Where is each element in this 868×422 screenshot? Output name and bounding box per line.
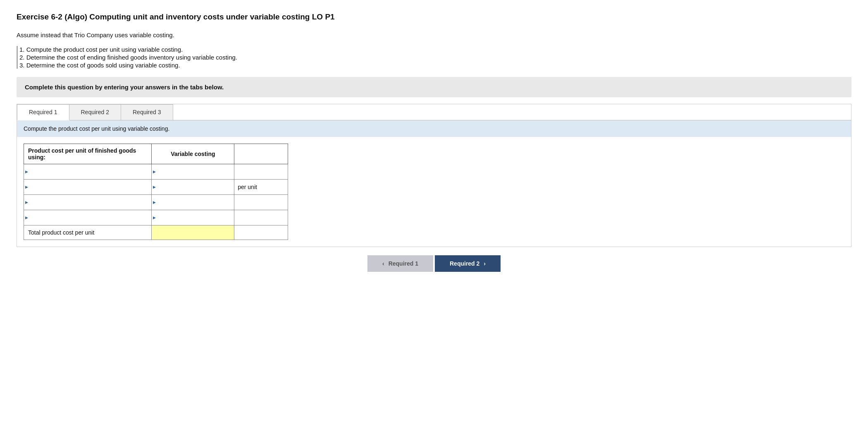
row1-label-cell[interactable] xyxy=(24,164,152,180)
tab-required-1[interactable]: Required 1 xyxy=(17,104,69,120)
tab-required-2[interactable]: Required 2 xyxy=(69,104,122,120)
instruction-1: 1. Compute the product cost per unit usi… xyxy=(19,46,851,53)
row2-variable-cell[interactable] xyxy=(152,180,234,195)
table-section: Product cost per unit of finished goods … xyxy=(17,137,851,247)
tabs-header: Required 1 Required 2 Required 3 xyxy=(17,104,851,120)
row1-variable-cell[interactable] xyxy=(152,164,234,180)
row4-variable-input[interactable] xyxy=(152,210,234,225)
total-extra-cell xyxy=(234,225,288,240)
row3-variable-input[interactable] xyxy=(152,195,234,210)
prev-button[interactable]: ‹ Required 1 xyxy=(367,255,433,272)
table-row-total: Total product cost per unit xyxy=(24,225,288,240)
table-row: per unit xyxy=(24,180,288,195)
product-cost-table: Product cost per unit of finished goods … xyxy=(24,144,288,240)
tab-content-description: Compute the product cost per unit using … xyxy=(17,120,851,137)
table-row xyxy=(24,195,288,210)
next-arrow-icon: › xyxy=(484,260,486,267)
total-variable-input[interactable] xyxy=(152,225,234,240)
row3-variable-cell[interactable] xyxy=(152,195,234,210)
row3-extra-cell xyxy=(234,195,288,210)
col-header-label: Product cost per unit of finished goods … xyxy=(24,144,152,164)
row4-label-cell[interactable] xyxy=(24,210,152,225)
next-button[interactable]: Required 2 › xyxy=(435,255,501,272)
instruction-3: 3. Determine the cost of goods sold usin… xyxy=(19,62,851,69)
row1-variable-input[interactable] xyxy=(152,164,234,179)
row3-label-input[interactable] xyxy=(28,197,147,207)
table-row xyxy=(24,164,288,180)
col-header-extra xyxy=(234,144,288,164)
row2-label-cell[interactable] xyxy=(24,180,152,195)
row4-variable-cell[interactable] xyxy=(152,210,234,225)
row4-extra-cell xyxy=(234,210,288,225)
instruction-2: 2. Determine the cost of ending finished… xyxy=(19,54,851,61)
tab-required-3[interactable]: Required 3 xyxy=(121,104,173,120)
instruction-box: Complete this question by entering your … xyxy=(17,77,851,97)
row4-label-input[interactable] xyxy=(28,213,147,223)
row1-extra-cell xyxy=(234,164,288,180)
prev-arrow-icon: ‹ xyxy=(382,260,384,267)
numbered-instructions: 1. Compute the product cost per unit usi… xyxy=(17,46,851,69)
intro-paragraph: Assume instead that Trio Company uses va… xyxy=(17,31,851,38)
row3-label-cell[interactable] xyxy=(24,195,152,210)
row1-label-input[interactable] xyxy=(28,167,147,177)
row2-label-input[interactable] xyxy=(28,182,147,192)
table-row xyxy=(24,210,288,225)
navigation-buttons: ‹ Required 1 Required 2 › xyxy=(17,255,851,272)
tabs-container: Required 1 Required 2 Required 3 Compute… xyxy=(17,104,851,247)
total-variable-cell[interactable] xyxy=(152,225,234,240)
page-title: Exercise 6-2 (Algo) Computing unit and i… xyxy=(17,12,851,22)
row2-variable-input[interactable] xyxy=(152,180,234,194)
col-header-variable: Variable costing xyxy=(152,144,234,164)
row2-extra-cell: per unit xyxy=(234,180,288,195)
total-label-cell: Total product cost per unit xyxy=(24,225,152,240)
